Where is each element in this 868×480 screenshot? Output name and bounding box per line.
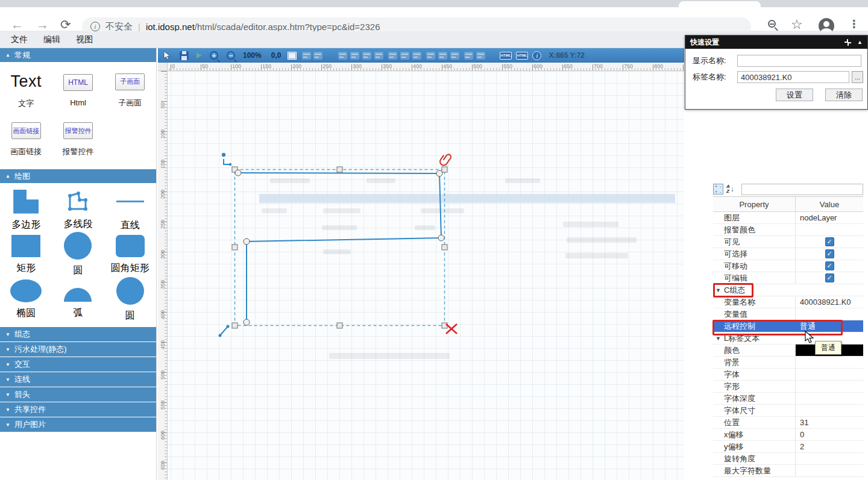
browse-tags-button[interactable]: ... <box>852 71 863 83</box>
section-header-drawing[interactable]: ▲ 绘图 <box>0 169 156 183</box>
checkbox-checked[interactable]: ✓ <box>825 261 834 270</box>
page-zoom-icon[interactable] <box>768 20 776 28</box>
section-header-user-images[interactable]: ▼ 用户图片 <box>0 417 156 432</box>
property-row-editable[interactable]: 可编辑 ✓ <box>713 272 863 284</box>
select-cursor-icon[interactable] <box>163 51 171 60</box>
tag-name-label: 标签名称: <box>693 72 737 83</box>
property-row-y-offset[interactable]: y偏移 2 <box>713 441 863 453</box>
align-right-icon[interactable] <box>362 52 371 60</box>
widget-circle[interactable]: 圆 <box>52 232 104 277</box>
property-row-font-weight[interactable]: 字体深度 <box>713 393 863 405</box>
property-row-remote-control[interactable]: 远程控制 普通 <box>713 320 863 332</box>
property-row-variable-name[interactable]: 变量名称 400038921.K0 <box>713 296 863 308</box>
back-icon[interactable]: ← <box>11 18 24 31</box>
property-row-max-chars[interactable]: 最大字符数量 <box>713 465 863 477</box>
bring-front-icon[interactable] <box>464 52 473 60</box>
page-settings-button[interactable] <box>288 52 297 60</box>
property-group-c-config[interactable]: ▼ C组态 <box>713 284 863 296</box>
categorized-view-icon[interactable] <box>713 184 723 195</box>
property-row-alarm-color[interactable]: 报警颜色 <box>713 224 863 236</box>
send-back-icon[interactable] <box>476 52 485 60</box>
vertex-handles[interactable] <box>235 170 444 325</box>
widget-html[interactable]: HTML Html <box>52 66 104 116</box>
checkbox-checked[interactable]: ✓ <box>825 273 834 282</box>
section-header-arrows[interactable]: ▼ 箭头 <box>0 387 156 402</box>
sort-az-icon[interactable]: AZ ↓ <box>726 184 737 195</box>
menu-file[interactable]: 文件 <box>11 34 28 45</box>
screen-link-widget-button[interactable]: 画面链接 <box>11 122 41 139</box>
collapse-panel-icon[interactable]: ▲ <box>857 39 863 45</box>
section-header-general[interactable]: ▲ 常规 <box>0 48 156 62</box>
widget-circle-2[interactable]: 圆 <box>104 277 156 322</box>
widget-rounded-rect[interactable]: 圆角矩形 <box>104 232 156 277</box>
widget-alarm-control[interactable]: 报警控件 报警控件 <box>52 116 104 165</box>
menu-edit[interactable]: 编辑 <box>43 34 60 45</box>
property-row-x-offset[interactable]: x偏移 0 <box>713 429 863 441</box>
ungroup-icon[interactable] <box>313 52 322 60</box>
checkbox-checked[interactable]: ✓ <box>825 249 834 258</box>
widget-ellipse[interactable]: 椭圆 <box>0 277 52 322</box>
info-icon[interactable]: i <box>532 51 541 60</box>
clear-button[interactable]: 清除 <box>825 89 863 101</box>
run-preview-icon[interactable] <box>197 52 202 58</box>
property-row-position[interactable]: 位置 31 <box>713 417 863 429</box>
section-header-interaction[interactable]: ▼ 交互 <box>0 357 156 372</box>
display-name-input[interactable] <box>737 55 861 67</box>
tag-name-input[interactable]: 400038921.K0 <box>737 71 849 83</box>
checkbox-checked[interactable]: ✓ <box>825 237 834 246</box>
save-icon[interactable] <box>180 51 189 60</box>
section-header-components[interactable]: ▼ 组态 <box>0 327 156 341</box>
property-filter-box[interactable] <box>741 184 863 195</box>
property-row-movable[interactable]: 可移动 ✓ <box>713 260 863 272</box>
zoom-in-icon[interactable]: + <box>210 51 218 60</box>
export-html-icon[interactable]: HTML <box>500 52 512 60</box>
reload-icon[interactable]: ⟳ <box>60 18 71 31</box>
widget-polyline[interactable]: 多线段 <box>52 189 104 232</box>
alarm-widget-button[interactable]: 报警控件 <box>63 122 93 139</box>
menu-view[interactable]: 视图 <box>76 34 93 45</box>
property-row-font-style[interactable]: 字形 <box>713 381 863 393</box>
distribute-v-icon[interactable] <box>426 52 435 60</box>
widget-rectangle[interactable]: 矩形 <box>0 232 52 277</box>
design-canvas[interactable] <box>168 71 684 480</box>
widget-screen-link[interactable]: 画面链接 画面链接 <box>0 116 52 165</box>
html-widget-button[interactable]: HTML <box>63 74 93 91</box>
widget-text[interactable]: Text 文字 <box>0 66 52 116</box>
section-header-sewage[interactable]: ▼ 污水处理(静态) <box>0 342 156 357</box>
widget-polygon[interactable]: 多边形 <box>0 189 52 232</box>
widget-subscreen[interactable]: 子画面 子画面 <box>104 66 156 116</box>
align-middle-icon[interactable] <box>388 52 397 60</box>
align-top-icon[interactable] <box>374 52 383 60</box>
property-row-font[interactable]: 字体 <box>713 369 863 381</box>
same-width-icon[interactable] <box>438 52 447 60</box>
dock-panel-icon[interactable] <box>844 39 851 46</box>
align-center-h-icon[interactable] <box>350 52 359 60</box>
property-row-selectable[interactable]: 可选择 ✓ <box>713 248 863 260</box>
resize-handles[interactable] <box>232 167 447 328</box>
section-header-shared-controls[interactable]: ▼ 共享控件 <box>0 402 156 417</box>
align-bottom-icon[interactable] <box>400 52 409 60</box>
align-left-icon[interactable] <box>338 52 347 60</box>
property-row-background[interactable]: 背景 <box>713 357 863 369</box>
widget-arc[interactable]: 弧 <box>52 277 104 322</box>
subscreen-widget-button[interactable]: 子画面 <box>115 73 145 90</box>
distribute-h-icon[interactable] <box>412 52 421 60</box>
browser-menu-icon[interactable]: ⋮ <box>849 17 860 31</box>
same-height-icon[interactable] <box>450 52 459 60</box>
widget-line[interactable]: 直线 <box>104 189 156 232</box>
preview-html-icon[interactable]: HTML <box>516 52 528 60</box>
selected-polyline[interactable] <box>238 173 441 322</box>
property-row-layer[interactable]: 图层 nodeLayer <box>713 212 863 224</box>
group-icon[interactable] <box>302 52 311 60</box>
forward-icon[interactable]: → <box>36 18 49 31</box>
section-header-connectors[interactable]: ▼ 连线 <box>0 372 156 387</box>
property-row-font-size[interactable]: 字体尺寸 <box>713 405 863 417</box>
page-info-icon[interactable]: i <box>90 22 100 31</box>
property-row-visible[interactable]: 可见 ✓ <box>713 236 863 248</box>
bookmark-star-icon[interactable]: ☆ <box>791 17 803 33</box>
property-row-variable-value[interactable]: 变量值 <box>713 308 863 320</box>
zoom-out-icon[interactable]: – <box>227 51 235 60</box>
property-row-rotation[interactable]: 旋转角度 <box>713 453 863 465</box>
set-button[interactable]: 设置 <box>776 89 813 101</box>
quick-settings-titlebar[interactable]: 快速设置 ▲ <box>685 36 867 49</box>
